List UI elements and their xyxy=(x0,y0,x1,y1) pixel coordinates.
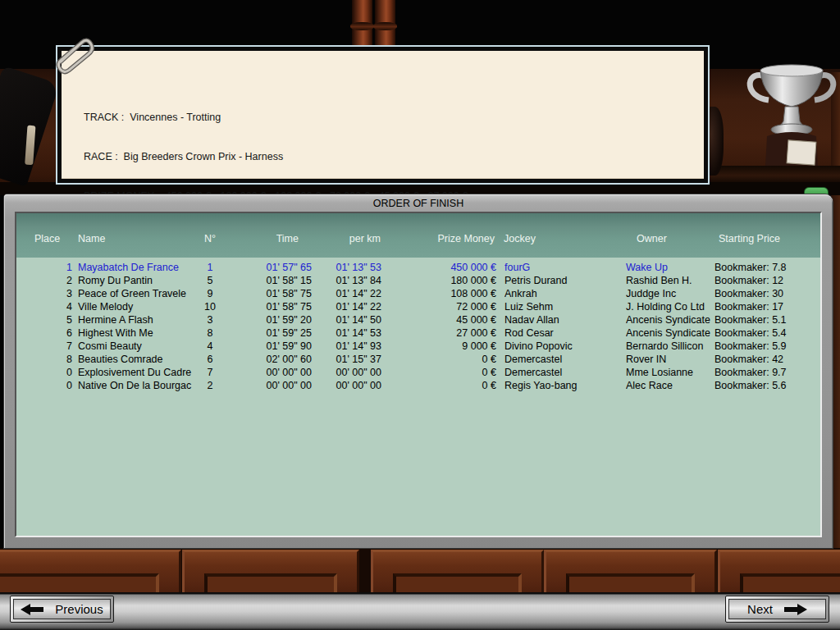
cell-horse-name: Hermine A Flash xyxy=(78,314,203,326)
cell-number: 5 xyxy=(194,275,226,286)
cell-horse-name: Native On De la Bourgac xyxy=(78,380,203,391)
cell-horse-name: Explosivement Du Cadre xyxy=(78,367,203,378)
cell-number: 7 xyxy=(194,367,226,378)
cell-place: 7 xyxy=(34,340,72,352)
cell-per-km: 01' 14" 22 xyxy=(315,301,381,313)
cell-place: 1 xyxy=(34,262,72,273)
cell-per-km: 01' 13" 53 xyxy=(315,262,381,273)
cell-time: 01' 58" 15 xyxy=(233,275,312,286)
cell-horse-name: Mayabatch De France xyxy=(78,262,203,273)
cell-prize-money: 180 000 € xyxy=(396,275,496,286)
cell-owner: Ancenis Syndicate xyxy=(626,314,714,326)
race-info-sheet: TRACK : Vincennes - Trotting RACE : Big … xyxy=(62,51,704,179)
cell-place: 2 xyxy=(34,275,72,286)
table-row[interactable]: 3 Peace of Green Travele 9 01' 58" 75 01… xyxy=(16,287,820,300)
cell-time: 01' 59" 25 xyxy=(233,327,312,339)
table-row[interactable]: 6 Highest With Me 8 01' 59" 25 01' 14" 5… xyxy=(16,326,820,340)
cell-place: 5 xyxy=(34,314,72,326)
table-row[interactable]: 5 Hermine A Flash 3 01' 59" 20 01' 14" 5… xyxy=(16,313,820,326)
cell-time: 01' 58" 75 xyxy=(233,288,312,299)
cell-jockey: Rod Cesar xyxy=(504,327,624,339)
table-row[interactable]: 0 Native On De la Bourgac 2 00' 00" 00 0… xyxy=(16,379,820,392)
race-info-panel: TRACK : Vincennes - Trotting RACE : Big … xyxy=(56,45,710,185)
cell-owner: Juddge Inc xyxy=(626,288,714,299)
cell-starting-price: Bookmaker: 7.8 xyxy=(714,262,818,273)
table-rows: 1 Mayabatch De France 1 01' 57" 65 01' 1… xyxy=(16,261,820,392)
cell-starting-price: Bookmaker: 42 xyxy=(714,354,818,365)
cell-jockey: fourG xyxy=(504,262,624,273)
cell-number: 8 xyxy=(194,327,226,339)
cell-place: 8 xyxy=(34,354,72,365)
cell-prize-money: 27 000 € xyxy=(396,327,496,339)
cell-time: 01' 57" 65 xyxy=(233,262,312,273)
column-header-time: Time xyxy=(233,233,299,244)
table-row[interactable]: 8 Beauties Comrade 6 02' 00" 60 01' 15" … xyxy=(16,353,820,366)
cabinet-door xyxy=(718,550,840,592)
cell-jockey: Petris Durand xyxy=(504,275,624,286)
pillar-decoration xyxy=(375,0,395,48)
cell-starting-price: Bookmaker: 5.9 xyxy=(714,340,818,352)
cell-per-km: 01' 13" 84 xyxy=(315,275,381,286)
cell-time: 01' 59" 20 xyxy=(233,314,312,326)
cell-number: 3 xyxy=(194,314,226,326)
next-button[interactable]: Next xyxy=(725,596,829,623)
cell-place: 0 xyxy=(34,367,72,378)
cell-per-km: 01' 14" 22 xyxy=(315,288,381,299)
cell-number: 2 xyxy=(194,380,226,391)
race-info-track: TRACK : Vincennes - Trotting xyxy=(84,111,468,124)
cell-time: 00' 00" 00 xyxy=(233,380,312,391)
cell-place: 0 xyxy=(34,380,72,391)
cell-horse-name: Cosmi Beauty xyxy=(78,340,203,352)
previous-button[interactable]: Previous xyxy=(10,596,114,623)
cell-owner: Rover IN xyxy=(626,354,714,365)
table-row[interactable]: 4 Ville Melody 10 01' 58" 75 01' 14" 22 … xyxy=(16,300,820,313)
column-header-starting-price: Starting Price xyxy=(719,233,780,244)
previous-button-label: Previous xyxy=(55,602,103,616)
cell-number: 6 xyxy=(194,354,226,365)
table-row[interactable]: 7 Cosmi Beauty 4 01' 59" 90 01' 14" 93 9… xyxy=(16,340,820,353)
table-row[interactable]: 2 Romy Du Pantin 5 01' 58" 15 01' 13" 84… xyxy=(16,274,820,287)
cell-owner: Rashid Ben H. xyxy=(626,275,714,286)
cell-prize-money: 0 € xyxy=(396,354,496,365)
cell-jockey: Luiz Sehm xyxy=(504,301,624,313)
cell-per-km: 00' 00" 00 xyxy=(315,367,381,378)
cell-horse-name: Romy Du Pantin xyxy=(78,275,203,286)
cell-number: 10 xyxy=(194,301,226,313)
cell-number: 4 xyxy=(194,340,226,352)
order-of-finish-panel: ORDER OF FINISH Place Name N° Time per k… xyxy=(4,194,833,548)
cabinet-door xyxy=(0,550,181,592)
column-header-jockey: Jockey xyxy=(504,233,536,244)
cell-place: 4 xyxy=(34,301,72,313)
cell-prize-money: 450 000 € xyxy=(396,262,496,273)
cell-prize-money: 72 000 € xyxy=(396,301,496,313)
cell-jockey: Demercastel xyxy=(504,367,624,378)
cell-owner: Ancenis Syndicate xyxy=(626,327,714,339)
cell-horse-name: Highest With Me xyxy=(78,327,203,339)
cabinet-door xyxy=(371,550,544,592)
table-header: Place Name N° Time per km Prize Money Jo… xyxy=(16,213,820,258)
trophy-icon xyxy=(742,46,840,185)
cell-per-km: 01' 14" 53 xyxy=(315,327,381,339)
cell-time: 02' 00" 60 xyxy=(233,354,312,365)
cell-jockey: Regis Yao-bang xyxy=(504,380,624,391)
cell-per-km: 01' 14" 93 xyxy=(315,340,381,352)
cell-time: 01' 59" 90 xyxy=(233,340,312,352)
cell-jockey: Nadav Allan xyxy=(504,314,624,326)
results-table: Place Name N° Time per km Prize Money Jo… xyxy=(15,212,822,537)
cell-per-km: 01' 15" 37 xyxy=(315,354,381,365)
race-info-race: RACE : Big Breeders Crown Prix - Harness xyxy=(84,150,468,163)
cell-starting-price: Bookmaker: 5.1 xyxy=(714,314,818,326)
table-row[interactable]: 1 Mayabatch De France 1 01' 57" 65 01' 1… xyxy=(16,261,820,274)
cell-place: 6 xyxy=(34,327,72,339)
paperclip-icon xyxy=(49,31,97,80)
cell-horse-name: Beauties Comrade xyxy=(78,354,203,365)
cell-prize-money: 45 000 € xyxy=(396,314,496,326)
cell-owner: Alec Race xyxy=(626,380,714,391)
cabinet-door xyxy=(182,550,359,592)
column-header-number: N° xyxy=(194,233,226,244)
cell-number: 1 xyxy=(194,262,226,273)
cabinet-door xyxy=(544,550,717,592)
cell-horse-name: Peace of Green Travele xyxy=(78,288,203,299)
table-row[interactable]: 0 Explosivement Du Cadre 7 00' 00" 00 00… xyxy=(16,366,820,379)
column-header-place: Place xyxy=(34,233,60,244)
